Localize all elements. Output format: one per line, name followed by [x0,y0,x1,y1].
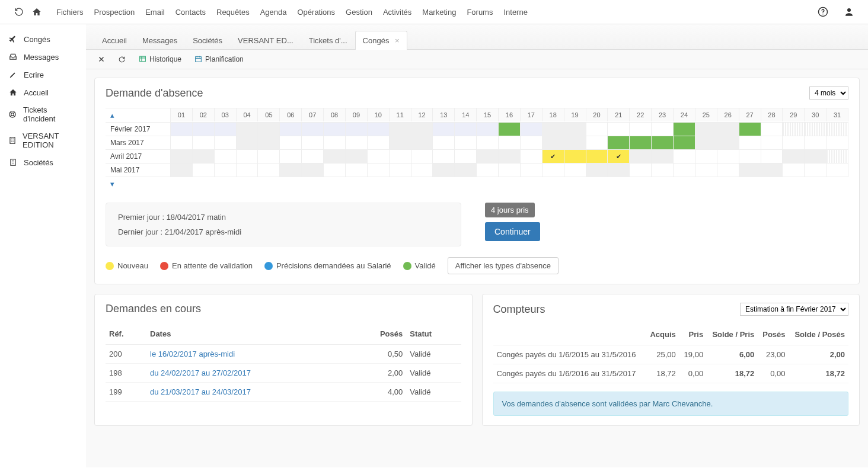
calendar-cell[interactable] [302,136,324,149]
date-link[interactable]: du 21/03/2017 au 24/03/2017 [150,387,251,396]
calendar-cell[interactable] [564,150,586,163]
sidebar-item-societes[interactable]: Sociétés [0,153,86,171]
calendar-cell[interactable] [521,123,542,136]
calendar-cell[interactable] [652,123,674,136]
calendar-cell[interactable] [346,150,368,163]
calendar-cell[interactable] [258,136,280,149]
calendar-cell[interactable] [433,150,455,163]
calendar-cell[interactable] [215,164,237,177]
calendar-cell[interactable] [302,123,324,136]
calendar-cell[interactable] [826,123,848,136]
calendar-cell[interactable] [368,164,390,177]
calendar-cell[interactable] [324,150,346,163]
menu-operations[interactable]: Opérations [297,8,335,17]
calendar-cell[interactable] [521,150,542,163]
menu-interne[interactable]: Interne [503,8,527,17]
calendar-cell[interactable] [171,123,193,136]
user-icon[interactable] [842,5,856,19]
tab-accueil[interactable]: Accueil [94,31,135,50]
calendar-cell[interactable] [411,164,433,177]
close-icon[interactable]: × [395,36,400,45]
calendar-cell[interactable] [280,136,302,149]
calendar-cell[interactable] [455,164,477,177]
calendar-cell[interactable]: ✔ [608,150,630,163]
calendar-cell[interactable] [193,164,215,177]
calendar-cell[interactable] [717,136,739,149]
menu-marketing[interactable]: Marketing [422,8,456,17]
menu-agenda[interactable]: Agenda [260,8,287,17]
calendar-cell[interactable] [630,136,652,149]
calendar-cell[interactable] [499,123,521,136]
calendar-cell[interactable] [717,150,739,163]
menu-requetes[interactable]: Requêtes [216,8,250,17]
calendar-cell[interactable] [542,136,564,149]
calendar-cell[interactable] [761,123,783,136]
calendar-cell[interactable] [805,123,826,136]
calendar-cell[interactable] [193,136,215,149]
calendar-cell[interactable] [805,136,826,149]
calendar-cell[interactable] [193,123,215,136]
calendar-cell[interactable] [280,164,302,177]
calendar-cell[interactable] [586,136,608,149]
home-icon[interactable] [30,5,44,19]
calendar-cell[interactable] [761,136,783,149]
calendar-cell[interactable] [761,150,783,163]
estimation-select[interactable]: Estimation à fin Février 2017 [740,303,848,316]
calendar-cell[interactable] [237,150,259,163]
calendar-cell[interactable] [499,136,521,149]
date-link[interactable]: du 24/02/2017 au 27/02/2017 [150,368,251,377]
calendar-cell[interactable] [280,123,302,136]
calendar-cell[interactable] [455,123,477,136]
calendar-cell[interactable] [521,136,542,149]
calendar-cell[interactable] [433,136,455,149]
calendar-cell[interactable] [717,164,739,177]
sidebar-item-versant[interactable]: VERSANT EDITION [0,127,86,153]
calendar-cell[interactable] [258,150,280,163]
calendar-cell[interactable] [324,136,346,149]
calendar-cell[interactable] [171,164,193,177]
tab-tickets[interactable]: Tickets d'... [301,31,355,50]
history-back-icon[interactable] [12,5,26,19]
calendar-cell[interactable] [674,150,695,163]
calendar-cell[interactable] [739,164,761,177]
calendar-cell[interactable] [499,150,521,163]
continue-button[interactable]: Continuer [485,222,540,241]
menu-email[interactable]: Email [145,8,165,17]
calendar-cell[interactable] [521,164,542,177]
calendar-cell[interactable] [324,123,346,136]
calendar-cell[interactable] [695,164,717,177]
calendar-cell[interactable] [368,123,390,136]
planification-button[interactable]: Planification [191,53,247,65]
calendar-cell[interactable] [695,150,717,163]
close-panel-icon[interactable] [94,54,108,65]
menu-gestion[interactable]: Gestion [346,8,372,17]
calendar-cell[interactable] [739,150,761,163]
calendar-cell[interactable] [783,150,805,163]
calendar-cell[interactable] [368,150,390,163]
calendar-cell[interactable] [390,123,411,136]
calendar-cell[interactable] [324,164,346,177]
sidebar-item-conges[interactable]: Congés [0,30,86,48]
calendar-cell[interactable] [630,123,652,136]
date-link[interactable]: le 16/02/2017 après-midi [150,350,235,358]
chevron-up-icon[interactable]: ▴ [110,111,114,120]
sidebar-item-messages[interactable]: Messages [0,48,86,66]
calendar-cell[interactable] [652,150,674,163]
calendar-cell[interactable] [237,136,259,149]
calendar-cell[interactable] [630,164,652,177]
historique-button[interactable]: Historique [135,53,185,65]
menu-prospection[interactable]: Prospection [94,8,135,17]
calendar-cell[interactable] [258,123,280,136]
range-select[interactable]: 4 mois [809,86,848,100]
chevron-down-icon[interactable]: ▾ [110,179,114,188]
calendar-cell[interactable] [346,164,368,177]
calendar-cell[interactable] [477,123,499,136]
calendar-cell[interactable] [608,123,630,136]
menu-contacts[interactable]: Contacts [175,8,206,17]
calendar-cell[interactable] [280,150,302,163]
calendar-cell[interactable] [215,136,237,149]
sidebar-item-tickets[interactable]: Tickets d'incident [0,101,86,127]
calendar-cell[interactable] [411,150,433,163]
calendar-cell[interactable]: ✔ [542,150,564,163]
calendar-cell[interactable] [542,123,564,136]
